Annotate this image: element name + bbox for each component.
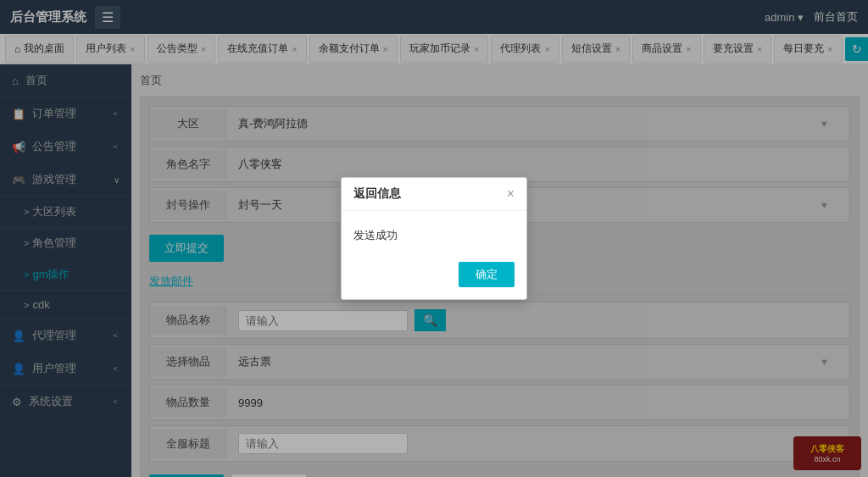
modal-body: 发送成功: [342, 211, 526, 255]
modal-overlay[interactable]: 返回信息 × 发送成功 确定: [0, 0, 868, 477]
modal-header: 返回信息 ×: [342, 178, 526, 211]
modal-ok-button[interactable]: 确定: [459, 262, 515, 287]
modal-box: 返回信息 × 发送成功 确定: [341, 177, 527, 300]
modal-message: 发送成功: [353, 229, 398, 241]
modal-close-button[interactable]: ×: [507, 186, 515, 202]
modal-title: 返回信息: [353, 186, 401, 202]
modal-footer: 确定: [342, 255, 526, 299]
